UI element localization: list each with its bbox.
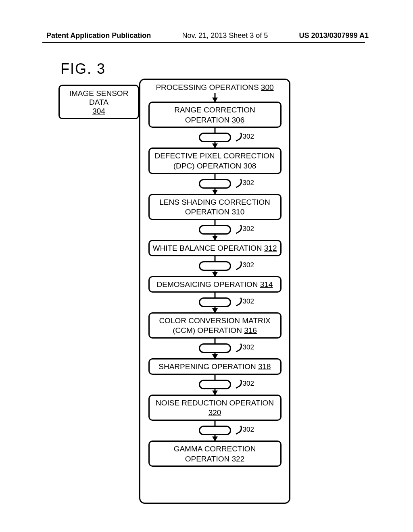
buffer-node [199,426,231,435]
operation-box: RANGE CORRECTION OPERATION 306 [148,102,282,128]
buffer-node [199,133,231,142]
operation-box: NOISE REDUCTION OPERATION 320 [148,395,282,421]
buffer-ref: 302 [243,343,254,351]
operation-label: WHITE BALANCE OPERATION [153,244,264,252]
buffer-node [199,380,231,389]
buffer-node [199,297,231,307]
arrowhead-icon [212,236,218,241]
operation-label: NOISE REDUCTION OPERATION [156,399,274,407]
connector: 302 [148,174,282,194]
operation-ref: 316 [244,326,257,335]
figure-label: FIG. 3 [60,60,106,77]
connector: 302 [148,220,282,240]
operation-label: DEMOSAICING OPERATION [157,280,260,289]
operations-list: RANGE CORRECTION OPERATION 306302DEFECTI… [144,102,285,467]
buffer-node [199,225,231,235]
container-title-text: PROCESSING OPERATIONS [156,83,259,91]
connector: 302 [148,339,282,358]
buffer-ref: 302 [243,225,254,233]
operation-ref: 306 [232,116,245,124]
input-box-ref: 304 [92,107,105,115]
connector: 302 [148,421,282,441]
container-title-ref: 300 [261,83,274,91]
arrowhead-icon [212,272,218,277]
operation-box: DEMOSAICING OPERATION 314 [148,276,282,293]
header-rule [42,42,365,43]
operation-box: DEFECTIVE PIXEL CORRECTION (DPC) OPERATI… [148,148,282,174]
input-box-label: IMAGE SENSOR DATA [69,89,129,106]
operation-box: COLOR CONVERSION MATRIX (CCM) OPERATION … [148,312,282,339]
buffer-node [199,343,231,353]
operation-ref: 318 [258,362,271,371]
operation-ref: 314 [260,280,273,289]
arrowhead-icon [212,436,218,441]
buffer-ref: 302 [243,380,254,388]
operation-label: LENS SHADING CORRECTION OPERATION [159,198,270,216]
arrowhead-icon [212,391,218,395]
connector: 302 [148,256,282,276]
operation-ref: 320 [209,408,221,417]
operation-box: GAMMA CORRECTION OPERATION 322 [148,441,282,467]
arrow-into-first-op [148,93,282,102]
container-title: PROCESSING OPERATIONS 300 [144,83,285,92]
connector: 302 [148,375,282,395]
buffer-ref: 302 [243,179,254,187]
arrowhead-icon [212,143,218,148]
header-left: Patent Application Publication [46,31,151,40]
arrowhead-icon [212,354,218,359]
operation-box: SHARPENING OPERATION 318 [148,358,282,375]
page-header: Patent Application Publication Nov. 21, … [0,31,413,40]
buffer-ref: 302 [243,297,254,305]
buffer-ref: 302 [243,426,254,434]
processing-container: PROCESSING OPERATIONS 300 RANGE CORRECTI… [139,79,290,504]
connector: 302 [148,128,282,148]
operation-ref: 310 [232,208,245,216]
connector: 302 [148,293,282,312]
patent-page: Patent Application Publication Nov. 21, … [0,0,413,532]
header-right: US 2013/0307999 A1 [299,31,369,40]
arrowhead-icon [212,190,218,195]
buffer-node [199,261,231,271]
buffer-ref: 302 [243,261,254,269]
buffer-ref: 302 [243,133,254,141]
buffer-node [199,179,231,189]
arrowhead-icon [212,98,218,102]
operation-ref: 312 [264,244,277,252]
operation-ref: 322 [232,455,245,463]
arrowhead-icon [212,308,218,313]
operation-ref: 308 [244,162,257,170]
operation-label: DEFECTIVE PIXEL CORRECTION (DPC) OPERATI… [154,152,275,170]
input-box-image-sensor-data: IMAGE SENSOR DATA 304 [58,85,139,119]
operation-box: LENS SHADING CORRECTION OPERATION 310 [148,194,282,220]
operation-box: WHITE BALANCE OPERATION 312 [148,240,282,256]
operation-label: SHARPENING OPERATION [159,362,258,371]
header-mid: Nov. 21, 2013 Sheet 3 of 5 [182,31,268,40]
